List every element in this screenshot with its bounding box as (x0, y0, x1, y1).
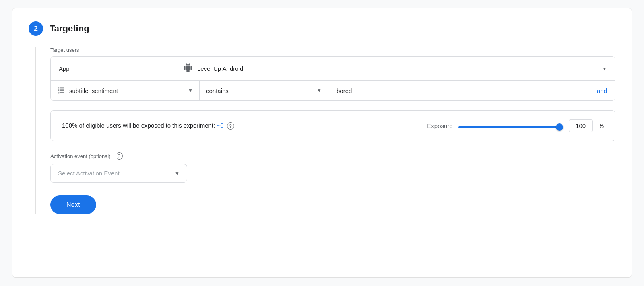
header-row: 2 Targeting (29, 21, 615, 36)
operator-text: contains (206, 87, 313, 94)
activation-help-icon[interactable]: ? (116, 152, 123, 160)
exposure-control: Exposure 100 % (427, 119, 604, 132)
app-value-text: Level Up Android (197, 65, 597, 72)
app-label-cell: App (51, 59, 175, 78)
exposure-help-icon[interactable]: ? (227, 122, 234, 130)
exposure-box: 100% of eligible users will be exposed t… (50, 110, 615, 141)
property-dropdown-arrow: ▼ (188, 88, 193, 93)
filter-value-cell: bored and (328, 82, 615, 100)
page-container: 2 Targeting Target users App Level Up An… (12, 8, 632, 278)
property-cell[interactable]: subtitle_sentiment ▼ (51, 81, 200, 100)
app-row: App Level Up Android ▼ (51, 57, 615, 81)
activation-dropdown-arrow: ▼ (175, 171, 180, 176)
filter-value-text: bored (336, 87, 597, 94)
android-icon (184, 63, 192, 74)
operator-cell[interactable]: contains ▼ (200, 82, 328, 100)
exposure-description: 100% of eligible users will be exposed t… (62, 122, 417, 130)
property-icon (57, 86, 65, 95)
target-users-table: App Level Up Android ▼ (50, 56, 615, 101)
user-count: ~0 (217, 122, 223, 129)
target-users-label: Target users (50, 47, 615, 53)
exposure-slider[interactable] (458, 126, 563, 128)
and-conjunction[interactable]: and (597, 87, 607, 94)
svg-point-0 (58, 92, 60, 93)
app-value-cell[interactable]: Level Up Android ▼ (175, 57, 615, 80)
activation-placeholder: Select Activation Event (58, 170, 175, 177)
activation-event-label: Activation event (optional) (50, 153, 111, 159)
property-text: subtitle_sentiment (69, 87, 184, 94)
activation-event-dropdown[interactable]: Select Activation Event ▼ (50, 164, 187, 183)
section-title: Targeting (50, 23, 89, 34)
content-area: Target users App Level Up Android ▼ (35, 47, 615, 214)
activation-label-row: Activation event (optional) ? (50, 152, 615, 160)
filter-row: subtitle_sentiment ▼ contains ▼ bored an… (51, 81, 615, 100)
slider-container (458, 122, 563, 130)
exposure-value-box: 100 (569, 119, 593, 132)
exposure-label: Exposure (427, 122, 452, 129)
operator-dropdown-arrow: ▼ (317, 88, 322, 93)
next-button[interactable]: Next (50, 195, 96, 214)
step-badge: 2 (29, 21, 43, 36)
percent-label: % (599, 122, 604, 129)
app-dropdown-arrow: ▼ (602, 66, 607, 72)
exposure-description-prefix: 100% of eligible users will be exposed t… (62, 122, 215, 129)
